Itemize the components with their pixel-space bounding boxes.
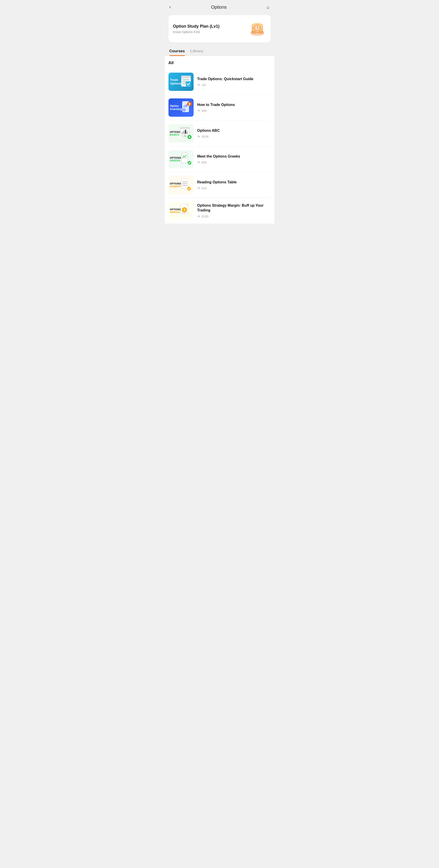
svg-rect-31 [180, 127, 189, 129]
course-info: Meet the Options Greeks 👁 66K [197, 154, 271, 164]
svg-point-61 [183, 213, 184, 214]
course-item[interactable]: OPTIONS ESSENTIALS [168, 172, 271, 198]
course-item[interactable]: TradeOptions [168, 69, 271, 95]
study-plan-icon: Lv1 Options [246, 20, 266, 38]
tab-library[interactable]: Library [190, 46, 203, 56]
header: ‹ Options ⌕ [165, 0, 274, 13]
course-info: Trade Options: Quickstart Guide 👁 1M [197, 77, 271, 87]
course-info: Options Strategy Margin: Buff up Your Tr… [197, 203, 271, 218]
eye-icon: 👁 [197, 135, 200, 138]
svg-text:Options: Options [255, 32, 259, 34]
svg-point-45 [182, 181, 184, 182]
tab-courses[interactable]: Courses [169, 46, 185, 56]
course-info: Options ABC 👁 363K [197, 128, 271, 138]
svg-point-62 [184, 213, 185, 214]
course-item[interactable]: OPTIONS MARGIN $ [168, 198, 271, 223]
course-info: Reading Options Table 👁 81K [197, 180, 271, 190]
course-item[interactable]: OPTIONS BASICS [168, 121, 271, 146]
course-thumbnail: OPTIONS BASICS [168, 124, 194, 143]
course-thumbnail: OPTIONS GREEKS [168, 150, 194, 168]
svg-rect-35 [187, 131, 188, 134]
course-views: 👁 66K [197, 160, 271, 164]
course-title: Trade Options: Quickstart Guide [197, 77, 271, 82]
svg-rect-34 [185, 130, 186, 134]
section-title: All [168, 61, 271, 65]
back-button[interactable]: ‹ [169, 4, 171, 10]
study-plan-banner[interactable]: Option Study Plan (Lv1) Know Options Fir… [168, 15, 271, 42]
svg-rect-21 [184, 106, 184, 107]
svg-point-52 [184, 185, 185, 186]
tabs-bar: Courses Library [165, 46, 274, 56]
eye-icon: 👁 [197, 186, 200, 190]
svg-point-50 [186, 183, 187, 184]
svg-point-53 [186, 185, 187, 186]
eye-icon: 👁 [197, 109, 200, 113]
course-item[interactable]: OptionInvesting [168, 95, 271, 121]
svg-rect-33 [183, 131, 184, 134]
svg-rect-22 [185, 105, 186, 107]
svg-rect-26 [189, 104, 190, 105]
course-title: Options Strategy Margin: Buff up Your Tr… [197, 203, 271, 213]
svg-rect-14 [181, 75, 191, 78]
course-thumbnail: OptionInvesting [168, 98, 194, 117]
svg-text:Lv1: Lv1 [256, 30, 259, 32]
study-plan-subtitle: Know Options First [173, 30, 220, 34]
study-plan-title: Option Study Plan (Lv1) [173, 24, 220, 29]
eye-icon: 👁 [197, 160, 200, 164]
eye-icon: 👁 [197, 215, 200, 218]
course-views: 👁 363K [197, 135, 271, 138]
svg-rect-15 [183, 80, 189, 80]
course-thumbnail: OPTIONS ESSENTIALS [168, 176, 194, 194]
svg-point-49 [184, 183, 185, 184]
course-views: 👁 1M [197, 83, 271, 87]
search-button[interactable]: ⌕ [266, 4, 270, 10]
svg-point-51 [182, 185, 184, 186]
course-views: 👁 81K [197, 186, 271, 190]
eye-icon: 👁 [197, 83, 200, 87]
course-list: TradeOptions [168, 69, 271, 223]
svg-text:$: $ [184, 208, 185, 212]
svg-rect-37 [183, 136, 187, 137]
page-title: Options [211, 5, 227, 10]
svg-point-46 [184, 181, 185, 182]
course-title: Options ABC [197, 128, 271, 133]
course-item[interactable]: OPTIONS GREEKS [168, 146, 271, 172]
course-thumbnail: OPTIONS MARGIN $ [168, 202, 194, 220]
svg-point-60 [182, 213, 183, 214]
svg-rect-32 [182, 132, 183, 134]
svg-rect-23 [186, 104, 187, 107]
course-views: 👁 8289 [197, 215, 271, 218]
svg-point-48 [182, 183, 184, 184]
course-title: Meet the Options Greeks [197, 154, 271, 159]
course-title: Reading Options Table [197, 180, 271, 185]
content-area: All TradeOptions [165, 56, 274, 223]
course-thumbnail: TradeOptions [168, 73, 194, 91]
study-plan-text: Option Study Plan (Lv1) Know Options Fir… [173, 24, 220, 34]
svg-point-10 [257, 27, 257, 28]
course-info: How to Trade Options 👁 48K [197, 102, 271, 113]
svg-rect-36 [184, 135, 186, 136]
course-title: How to Trade Options [197, 102, 271, 107]
svg-rect-18 [186, 81, 191, 86]
svg-point-47 [186, 181, 187, 182]
course-views: 👁 48K [197, 109, 271, 113]
